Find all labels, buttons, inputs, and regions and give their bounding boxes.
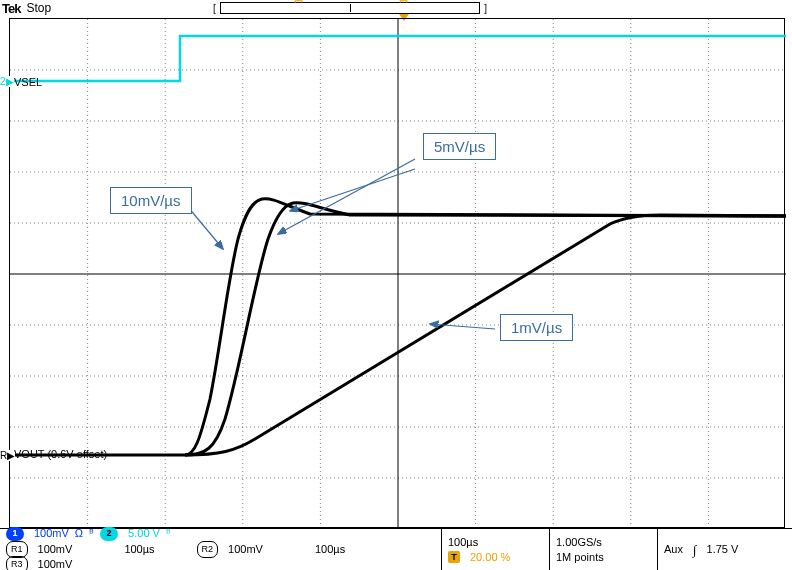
- timebase-ruler: [ ]: [220, 2, 480, 14]
- ref-label: VOUT (0.6V offset): [14, 448, 107, 460]
- timebase-readout: 100µs T 20.00 %: [442, 529, 550, 570]
- trigger-level: 1.75 V: [707, 542, 739, 557]
- ch2-pill: 2: [100, 527, 118, 541]
- waveform-display: [9, 18, 785, 528]
- trace-vout-10mv: [185, 199, 786, 455]
- grid: [10, 19, 786, 529]
- trace-vout-1mv: [185, 215, 786, 455]
- sample-rate: 1.00GS/s: [556, 535, 602, 550]
- brand-logo: Tek: [2, 1, 20, 16]
- svg-line-18: [188, 207, 223, 249]
- trigger-readout: Aux ∫ 1.75 V: [658, 529, 792, 570]
- r1-time: 100µs: [124, 542, 154, 557]
- timebase: 100µs: [448, 535, 478, 550]
- svg-line-20: [290, 169, 415, 211]
- channel-readout: 1 100mV Ω ᴮ 2 5.00 V ᴮ R1 100mV 100µs R2…: [0, 529, 442, 570]
- ch2-bw-icon: ᴮ: [166, 526, 171, 541]
- trigger-marker-b-icon: ⎴: [400, 0, 407, 13]
- r3-scale: 100mV: [38, 557, 73, 570]
- annotation-5mv: 5mV/µs: [423, 133, 496, 160]
- ch1-ohm-icon: Ω: [75, 526, 83, 541]
- trigger-marker-a-icon: ⎴: [295, 0, 302, 13]
- annotation-arrows: [188, 159, 495, 329]
- trigger-t-icon: T: [448, 551, 460, 563]
- annotation-10mv: 10mV/µs: [110, 187, 192, 214]
- trigger-position: 20.00 %: [470, 550, 510, 565]
- ch2-marker-icon: 2▶: [0, 76, 14, 87]
- record-length: 1M points: [556, 550, 604, 565]
- ch2-label: VSEL: [14, 76, 42, 88]
- acquisition-readout: 1.00GS/s 1M points: [550, 529, 658, 570]
- ref-marker-icon: R▶: [0, 450, 15, 461]
- scope-bottombar: 1 100mV Ω ᴮ 2 5.00 V ᴮ R1 100mV 100µs R2…: [0, 528, 792, 570]
- waveform-svg: [10, 19, 786, 529]
- r2-time: 100µs: [315, 542, 345, 557]
- trigger-source: Aux: [664, 542, 683, 557]
- annotation-1mv: 1mV/µs: [500, 314, 573, 341]
- run-state: Stop: [26, 1, 51, 15]
- ch1-bw-icon: ᴮ: [89, 526, 94, 541]
- ch2-scale: 5.00 V: [128, 526, 160, 541]
- r1-scale: 100mV: [38, 542, 73, 557]
- r3-pill: R3: [6, 556, 28, 570]
- ch1-pill: 1: [6, 527, 24, 541]
- ch1-scale: 100mV: [34, 526, 69, 541]
- rising-edge-icon: ∫: [693, 542, 697, 557]
- r2-scale: 100mV: [228, 542, 263, 557]
